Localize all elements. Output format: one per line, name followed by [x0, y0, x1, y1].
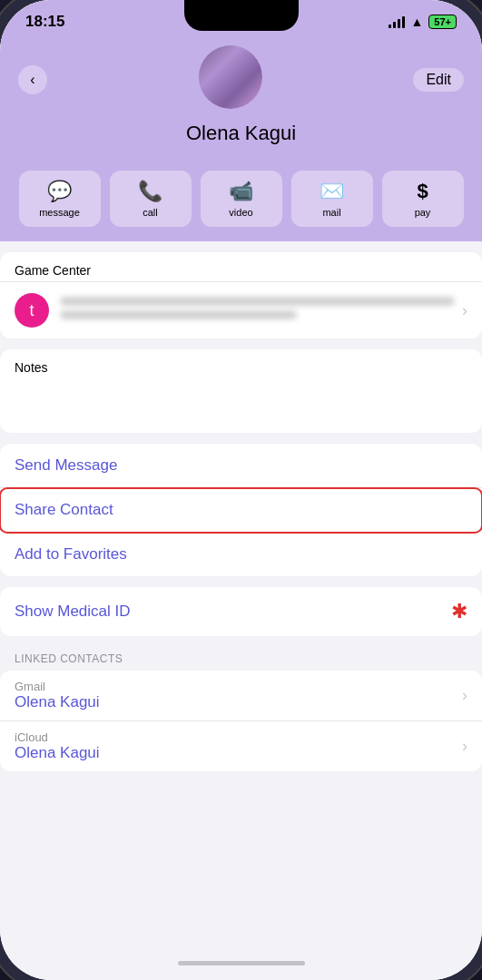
home-indicator: [0, 950, 482, 980]
contact-avatar: [199, 45, 262, 109]
notch: [184, 0, 299, 31]
blurred-line-2: [60, 310, 297, 319]
avatar-photo: [199, 45, 262, 109]
battery-indicator: 57+: [428, 15, 457, 29]
linked-contacts-card: Gmail Olena Kagui › iCloud Olena Kagui ›: [0, 671, 482, 771]
share-contact-link[interactable]: Share Contact: [0, 488, 482, 533]
status-time: 18:15: [25, 13, 64, 31]
contact-name: Olena Kagui: [186, 122, 296, 145]
call-button[interactable]: 📞 call: [110, 171, 192, 227]
linked-item-icloud[interactable]: iCloud Olena Kagui ›: [0, 721, 482, 771]
linked-contacts-section: LINKED CONTACTS Gmail Olena Kagui › iClo…: [0, 647, 482, 771]
signal-bars-icon: [389, 15, 405, 28]
add-to-favorites-link[interactable]: Add to Favorites: [0, 533, 482, 576]
video-button[interactable]: 📹 video: [201, 171, 282, 227]
video-icon: 📹: [229, 180, 253, 203]
edit-button[interactable]: Edit: [413, 68, 464, 92]
game-center-header: Game Center: [0, 252, 482, 281]
back-button[interactable]: ‹: [18, 65, 47, 94]
status-bar: 18:15 ▲ 57+: [0, 0, 482, 38]
chevron-right-icon-icloud: ›: [462, 737, 467, 756]
medical-star-icon: ✱: [451, 600, 467, 623]
show-medical-id-label: Show Medical ID: [15, 603, 131, 621]
content-area: Game Center t › Notes Send Message Sh: [0, 241, 482, 950]
chevron-right-icon-gmail: ›: [462, 686, 467, 705]
phone-inner: 18:15 ▲ 57+ ‹ Edit Olena Ka: [0, 0, 482, 980]
linked-source-gmail: Gmail: [15, 680, 455, 693]
mail-button[interactable]: ✉️ mail: [291, 171, 373, 227]
show-medical-id-link[interactable]: Show Medical ID ✱: [0, 587, 482, 636]
pay-icon: $: [417, 180, 428, 203]
pay-button[interactable]: $ pay: [382, 171, 464, 227]
game-center-avatar: t: [15, 293, 49, 328]
phone-frame: 18:15 ▲ 57+ ‹ Edit Olena Ka: [0, 0, 482, 980]
message-button[interactable]: 💬 message: [19, 171, 101, 227]
linked-name-gmail: Olena Kagui: [15, 693, 455, 711]
status-icons: ▲ 57+: [389, 15, 457, 29]
game-center-item[interactable]: t ›: [0, 281, 482, 338]
call-label: call: [143, 207, 158, 218]
mail-label: mail: [322, 207, 340, 218]
medical-id-section: Show Medical ID ✱: [0, 587, 482, 636]
linked-source-icloud: iCloud: [15, 730, 455, 744]
linked-name-icloud: Olena Kagui: [15, 744, 455, 762]
contact-header: ‹ Edit Olena Kagui: [0, 38, 482, 171]
blurred-line-1: [60, 297, 455, 306]
pay-label: pay: [415, 207, 431, 218]
linked-item-gmail-info: Gmail Olena Kagui: [15, 680, 455, 711]
call-icon: 📞: [138, 180, 162, 203]
video-label: video: [229, 207, 252, 218]
game-center-blurred-info: [60, 297, 455, 324]
notes-content[interactable]: [0, 378, 482, 433]
header-nav: ‹ Edit: [18, 45, 464, 114]
home-bar: [178, 961, 305, 965]
wifi-icon: ▲: [410, 15, 423, 29]
notes-section: Notes: [0, 349, 482, 433]
linked-item-gmail[interactable]: Gmail Olena Kagui ›: [0, 671, 482, 721]
linked-contacts-header: LINKED CONTACTS: [0, 647, 482, 671]
message-icon: 💬: [47, 180, 72, 203]
game-center-section: Game Center t ›: [0, 252, 482, 338]
action-links-section: Send Message Share Contact Add to Favori…: [0, 444, 482, 576]
notes-header: Notes: [0, 349, 482, 378]
mail-icon: ✉️: [320, 180, 344, 203]
send-message-link[interactable]: Send Message: [0, 444, 482, 488]
linked-item-icloud-info: iCloud Olena Kagui: [15, 730, 455, 762]
chevron-right-icon: ›: [462, 301, 467, 320]
action-buttons-bar: 💬 message 📞 call 📹 video ✉️ mail $ pay: [0, 171, 482, 241]
message-label: message: [39, 207, 80, 218]
